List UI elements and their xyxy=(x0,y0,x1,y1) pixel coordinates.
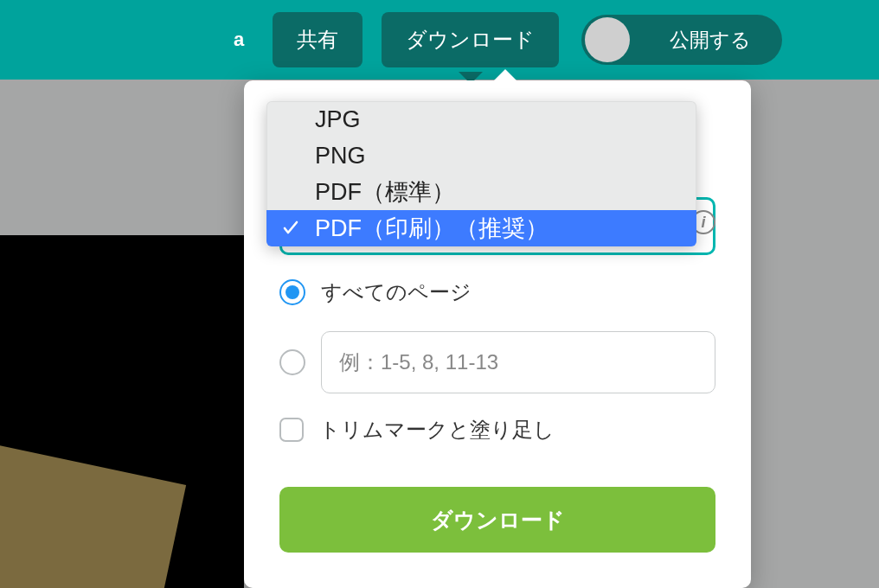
download-button[interactable]: ダウンロード xyxy=(279,487,715,553)
pages-all-label: すべてのページ xyxy=(321,278,472,306)
pages-all-radio[interactable] xyxy=(279,279,305,305)
trim-marks-row: トリムマークと塗り足し xyxy=(279,416,715,444)
trim-marks-checkbox[interactable] xyxy=(279,418,304,442)
format-option-jpg[interactable]: JPG xyxy=(266,101,696,137)
format-option-pdf-standard[interactable]: PDF（標準） xyxy=(266,174,696,210)
format-option-pdf-print[interactable]: PDF（印刷）（推奨） xyxy=(266,210,696,246)
publish-label: 公開する xyxy=(670,27,751,54)
download-tab-button[interactable]: ダウンロード xyxy=(382,12,559,67)
share-button[interactable]: 共有 xyxy=(273,12,363,67)
publish-button[interactable]: 公開する xyxy=(581,15,782,65)
pages-range-radio[interactable] xyxy=(279,349,305,375)
canvas-preview xyxy=(0,235,244,588)
check-icon xyxy=(282,220,299,237)
format-option-png[interactable]: PNG xyxy=(266,137,696,174)
format-option-label: PDF（印刷）（推奨） xyxy=(315,215,549,241)
download-popover: i JPG PNG PDF（標準） PDF（印刷）（推奨） すべてのページ トリ… xyxy=(244,80,751,588)
canvas-shape xyxy=(0,437,186,588)
top-bar: a 共有 ダウンロード 公開する xyxy=(0,0,879,80)
pages-range-input[interactable] xyxy=(321,331,715,393)
brand-logo: a xyxy=(234,29,243,51)
pages-range-row xyxy=(279,331,715,393)
pages-all-row: すべてのページ xyxy=(279,278,715,306)
format-dropdown-list: JPG PNG PDF（標準） PDF（印刷）（推奨） xyxy=(266,101,696,246)
publish-avatar-placeholder xyxy=(585,17,630,62)
trim-marks-label: トリムマークと塗り足し xyxy=(319,416,555,444)
